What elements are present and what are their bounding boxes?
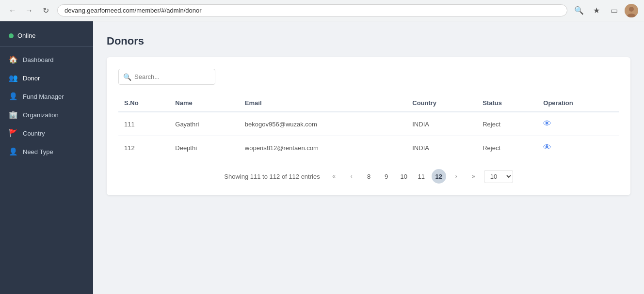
pagination-info: Showing 111 to 112 of 112 entries xyxy=(224,173,320,180)
cell-email: bekogov956@wuzak.com xyxy=(239,112,406,136)
search-browser-button[interactable]: 🔍 xyxy=(572,4,586,17)
donor-icon: 👥 xyxy=(9,74,18,82)
view-button[interactable]: 👁 xyxy=(543,143,551,153)
reload-button[interactable]: ↻ xyxy=(39,4,52,17)
sidebar-item-country[interactable]: 🚩 Country xyxy=(0,124,93,142)
sidebar-item-organization[interactable]: 🏢 Organization xyxy=(0,106,93,124)
sidebar-item-donor[interactable]: 👥 Donor xyxy=(0,69,93,87)
search-wrapper: 🔍 xyxy=(118,69,215,85)
search-input[interactable] xyxy=(118,69,215,85)
sidebar-nav: 🏠 Dashboard 👥 Donor 👤 Fund Manager 🏢 Org… xyxy=(0,46,93,161)
cell-country: INDIA xyxy=(406,136,477,160)
cell-sno: 112 xyxy=(118,136,169,160)
dashboard-icon: 🏠 xyxy=(9,55,18,64)
view-button[interactable]: 👁 xyxy=(543,119,551,129)
cell-status: Reject xyxy=(477,112,537,136)
page-9-button[interactable]: 9 xyxy=(379,169,394,184)
sidebar-item-label-fund-manager: Fund Manager xyxy=(23,93,64,100)
sidebar-item-fund-manager[interactable]: 👤 Fund Manager xyxy=(0,87,93,106)
organization-icon: 🏢 xyxy=(9,110,18,119)
next-page-button[interactable]: › xyxy=(449,169,464,184)
browser-chrome: ← → ↻ devang.gearforneed.com/member/#/ad… xyxy=(0,0,644,21)
per-page-select[interactable]: 10 25 50 100 xyxy=(484,170,513,183)
page-8-button[interactable]: 8 xyxy=(362,169,376,184)
donors-table: S.No Name Email Country Status Operation… xyxy=(118,94,619,159)
pagination: Showing 111 to 112 of 112 entries « ‹ 8 … xyxy=(118,169,619,184)
table-row: 111 Gayathri bekogov956@wuzak.com INDIA … xyxy=(118,112,619,136)
page-12-button[interactable]: 12 xyxy=(432,169,446,184)
col-operation: Operation xyxy=(537,94,619,112)
sidebar-toggle-button[interactable]: ▭ xyxy=(607,4,621,17)
browser-nav: ← → ↻ xyxy=(6,4,52,17)
cell-email: woperis812@rentaen.com xyxy=(239,136,406,160)
browser-actions: 🔍 ★ ▭ xyxy=(572,4,638,17)
sidebar: Online 🏠 Dashboard 👥 Donor 👤 Fund Manage… xyxy=(0,21,93,294)
forward-button[interactable]: → xyxy=(22,4,36,17)
status-dot xyxy=(9,33,14,38)
sidebar-item-need-type[interactable]: 👤 Need Type xyxy=(0,142,93,161)
cell-name: Gayathri xyxy=(169,112,239,136)
col-status: Status xyxy=(477,94,537,112)
country-icon: 🚩 xyxy=(9,129,18,138)
page-title: Donors xyxy=(107,35,630,47)
sidebar-item-label-donor: Donor xyxy=(23,75,40,82)
page-10-button[interactable]: 10 xyxy=(397,169,411,184)
sidebar-item-label-country: Country xyxy=(23,130,45,137)
back-button[interactable]: ← xyxy=(6,4,19,17)
sidebar-item-label-organization: Organization xyxy=(23,111,59,119)
cell-status: Reject xyxy=(477,136,537,160)
app-layout: Online 🏠 Dashboard 👥 Donor 👤 Fund Manage… xyxy=(0,21,644,294)
cell-operation: 👁 xyxy=(537,136,619,160)
sidebar-status: Online xyxy=(0,27,93,46)
fund-manager-icon: 👤 xyxy=(9,92,18,101)
sidebar-item-dashboard[interactable]: 🏠 Dashboard xyxy=(0,50,93,69)
cell-operation: 👁 xyxy=(537,112,619,136)
last-page-button[interactable]: » xyxy=(467,169,481,184)
cell-name: Deepthi xyxy=(169,136,239,160)
address-bar[interactable]: devang.gearforneed.com/member/#/admin/do… xyxy=(57,4,567,16)
col-name: Name xyxy=(169,94,239,112)
table-body: 111 Gayathri bekogov956@wuzak.com INDIA … xyxy=(118,112,619,159)
need-type-icon: 👤 xyxy=(9,147,18,156)
cell-country: INDIA xyxy=(406,112,477,136)
first-page-button[interactable]: « xyxy=(327,169,341,184)
table-header: S.No Name Email Country Status Operation xyxy=(118,94,619,112)
col-email: Email xyxy=(239,94,406,112)
svg-point-1 xyxy=(629,7,634,12)
bookmark-button[interactable]: ★ xyxy=(590,4,603,17)
main-content: Donors 🔍 S.No Name Email Country Status … xyxy=(93,21,644,294)
page-11-button[interactable]: 11 xyxy=(414,169,429,184)
cell-sno: 111 xyxy=(118,112,169,136)
table-row: 112 Deepthi woperis812@rentaen.com INDIA… xyxy=(118,136,619,160)
col-country: Country xyxy=(406,94,477,112)
sidebar-item-label-dashboard: Dashboard xyxy=(23,56,54,63)
url-text: devang.gearforneed.com/member/#/admin/do… xyxy=(64,7,202,14)
sidebar-item-label-need-type: Need Type xyxy=(23,148,53,155)
donors-card: 🔍 S.No Name Email Country Status Operati… xyxy=(107,57,630,195)
status-label: Online xyxy=(17,32,36,39)
prev-page-button[interactable]: ‹ xyxy=(344,169,359,184)
col-sno: S.No xyxy=(118,94,169,112)
avatar[interactable] xyxy=(625,4,638,17)
